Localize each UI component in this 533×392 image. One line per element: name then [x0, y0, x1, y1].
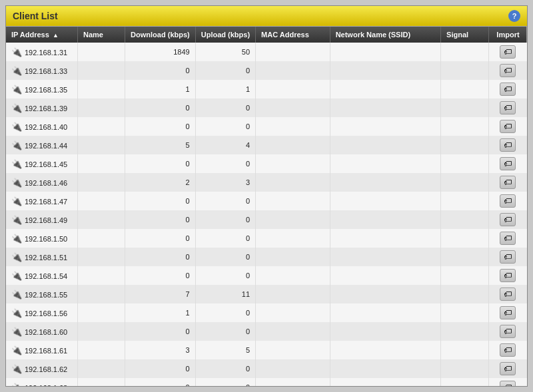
ip-value: 192.168.1.60	[25, 328, 67, 336]
cell-name	[78, 266, 125, 285]
cell-name	[78, 285, 125, 303]
import-button[interactable]: 🏷	[500, 250, 516, 264]
ip-value: 192.168.1.44	[25, 142, 67, 150]
import-button[interactable]: 🏷	[500, 120, 516, 133]
import-button[interactable]: 🏷	[500, 157, 516, 170]
table-row: 🔌192.168.1.31184950🏷	[6, 43, 527, 61]
cell-upload: 0	[195, 210, 255, 229]
cell-upload: 0	[195, 98, 255, 117]
cell-mac	[256, 98, 330, 117]
tag-icon: 🏷	[504, 290, 512, 299]
tag-icon: 🏷	[504, 140, 512, 150]
cell-ssid	[330, 341, 440, 359]
import-button[interactable]: 🏷	[500, 306, 516, 319]
cell-upload: 0	[195, 154, 255, 173]
table-row: 🔌192.168.1.6000🏷	[6, 322, 527, 341]
cell-import: 🏷	[488, 266, 527, 285]
cell-ip: 🔌192.168.1.49	[6, 210, 78, 229]
cell-signal	[441, 43, 489, 61]
cell-name	[78, 136, 125, 154]
import-button[interactable]: 🏷	[500, 269, 516, 282]
tag-icon: 🏷	[504, 196, 512, 206]
cell-mac	[256, 229, 330, 248]
ip-value: 192.168.1.46	[25, 179, 67, 187]
col-header-upload[interactable]: Upload (kbps)	[195, 27, 255, 43]
cell-import: 🏷	[488, 303, 527, 322]
device-icon: 🔌	[11, 252, 22, 262]
cell-ssid	[330, 154, 440, 173]
cell-download: 0	[125, 322, 196, 341]
col-header-mac[interactable]: MAC Address	[256, 27, 330, 43]
cell-download: 0	[125, 192, 196, 210]
cell-import: 🏷	[488, 229, 527, 248]
cell-name	[78, 98, 125, 117]
cell-mac	[256, 154, 330, 173]
col-header-name[interactable]: Name	[78, 27, 125, 43]
tag-icon: 🏷	[504, 103, 512, 112]
import-button[interactable]: 🏷	[500, 362, 516, 375]
tag-icon: 🏷	[504, 178, 512, 187]
cell-name	[78, 61, 125, 80]
import-button[interactable]: 🏷	[500, 194, 516, 208]
cell-ip: 🔌192.168.1.31	[6, 43, 78, 61]
import-button[interactable]: 🏷	[500, 176, 516, 189]
cell-signal	[441, 117, 489, 136]
import-button[interactable]: 🏷	[500, 213, 516, 226]
ip-value: 192.168.1.56	[25, 309, 67, 317]
ip-value: 192.168.1.50	[25, 235, 67, 243]
cell-mac	[256, 303, 330, 322]
cell-ssid	[330, 359, 440, 378]
col-header-ssid[interactable]: Network Name (SSID)	[330, 27, 440, 43]
cell-signal	[441, 341, 489, 359]
import-button[interactable]: 🏷	[500, 325, 516, 338]
ip-value: 192.168.1.45	[25, 160, 67, 168]
cell-ip: 🔌192.168.1.44	[6, 136, 78, 154]
import-button[interactable]: 🏷	[500, 64, 516, 77]
ip-value: 192.168.1.62	[25, 365, 67, 373]
import-button[interactable]: 🏷	[500, 83, 516, 96]
table-row: 🔌192.168.1.4500🏷	[6, 154, 527, 173]
tag-icon: 🏷	[504, 66, 512, 75]
cell-ip: 🔌192.168.1.45	[6, 154, 78, 173]
cell-import: 🏷	[488, 248, 527, 266]
cell-name	[78, 359, 125, 378]
tag-icon: 🏷	[504, 122, 512, 131]
cell-import: 🏷	[488, 285, 527, 303]
import-button[interactable]: 🏷	[500, 101, 516, 114]
cell-signal	[441, 285, 489, 303]
ip-value: 192.168.1.35	[25, 86, 67, 94]
col-header-import[interactable]: Import	[488, 27, 527, 43]
cell-signal	[441, 154, 489, 173]
import-button[interactable]: 🏷	[500, 232, 516, 245]
cell-download: 0	[125, 248, 196, 266]
cell-ip: 🔌192.168.1.51	[6, 248, 78, 266]
cell-upload: 0	[195, 359, 255, 378]
import-button[interactable]: 🏷	[500, 45, 516, 59]
table-row: 🔌192.168.1.5100🏷	[6, 248, 527, 266]
cell-upload: 11	[195, 285, 255, 303]
table-row: 🔌192.168.1.3900🏷	[6, 98, 527, 117]
col-header-ip[interactable]: IP Address ▲	[6, 27, 78, 43]
cell-download: 0	[125, 61, 196, 80]
device-icon: 🔌	[11, 85, 22, 95]
cell-import: 🏷	[488, 98, 527, 117]
cell-upload: 0	[195, 117, 255, 136]
cell-ssid	[330, 322, 440, 341]
cell-name	[78, 322, 125, 341]
tag-icon: 🏷	[504, 345, 512, 355]
import-button[interactable]: 🏷	[500, 343, 516, 357]
import-button[interactable]: 🏷	[500, 138, 516, 152]
cell-upload: 0	[195, 229, 255, 248]
cell-download: 0	[125, 210, 196, 229]
help-icon[interactable]: ?	[508, 10, 520, 22]
device-icon: 🔌	[11, 327, 22, 337]
import-button[interactable]: 🏷	[500, 288, 516, 301]
ip-value: 192.168.1.33	[25, 67, 67, 75]
cell-name	[78, 43, 125, 61]
import-button[interactable]: 🏷	[500, 381, 516, 386]
cell-mac	[256, 378, 330, 386]
col-header-download[interactable]: Download (kbps)	[125, 27, 196, 43]
col-header-signal[interactable]: Signal	[441, 27, 489, 43]
ip-value: 192.168.1.47	[25, 198, 67, 206]
cell-download: 0	[125, 266, 196, 285]
